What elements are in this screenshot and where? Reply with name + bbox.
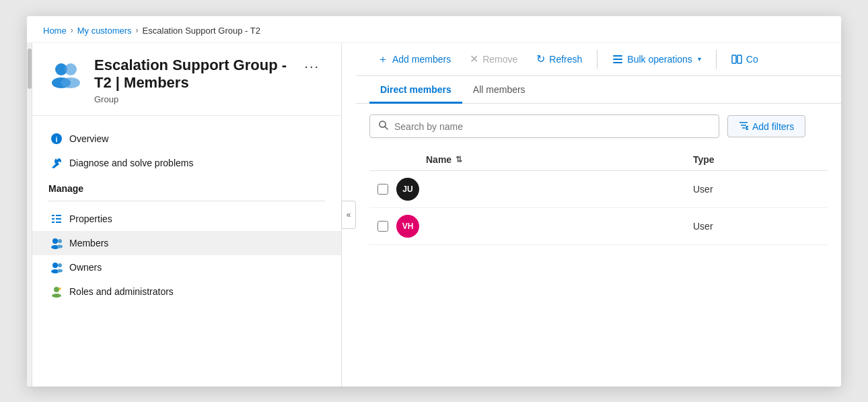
refresh-label: Refresh [549, 54, 582, 65]
sidebar-item-members[interactable]: Members [32, 231, 341, 255]
svg-marker-22 [59, 287, 61, 290]
svg-point-20 [54, 287, 59, 292]
row-1-checkbox-input[interactable] [377, 184, 388, 195]
filter-icon [739, 121, 748, 132]
bulk-dropdown-arrow: ▾ [698, 55, 701, 63]
breadcrumb-current: Escalation Support Group - T2 [143, 26, 260, 36]
svg-rect-7 [52, 218, 55, 220]
svg-point-1 [65, 63, 77, 75]
group-header: Escalation Support Group - T2 | Members … [32, 43, 341, 116]
add-icon: ＋ [377, 54, 388, 65]
app-window: Home › My customers › Escalation Support… [27, 16, 841, 387]
bulk-icon [612, 54, 623, 65]
type-column-label: Type [693, 154, 715, 165]
sidebar-item-diagnose-label: Diagnose and solve problems [69, 158, 193, 168]
svg-point-18 [58, 263, 62, 267]
header-name[interactable]: Name ⇅ [426, 154, 693, 165]
svg-rect-6 [52, 215, 55, 216]
remove-label: Remove [482, 54, 517, 65]
sort-icon[interactable]: ⇅ [456, 155, 462, 164]
breadcrumb-my-customers[interactable]: My customers [77, 26, 132, 36]
search-filter-row: Add filters [356, 104, 841, 149]
search-input[interactable] [394, 121, 711, 132]
collapse-icon: « [347, 210, 351, 220]
toolbar: ＋ Add members ✕ Remove ↻ Refresh Bulk [356, 43, 841, 77]
svg-point-15 [57, 245, 63, 248]
svg-rect-24 [613, 59, 622, 60]
toolbar-separator-1 [597, 50, 598, 69]
sidebar-item-roles[interactable]: Roles and administrators [32, 279, 341, 304]
svg-rect-23 [613, 55, 622, 57]
sidebar-item-roles-label: Roles and administrators [69, 286, 174, 297]
breadcrumb: Home › My customers › Escalation Support… [27, 16, 841, 43]
group-subtitle: Group [94, 94, 288, 104]
header-type: Type [693, 154, 828, 165]
columns-button[interactable]: Co [723, 50, 766, 69]
sidebar-item-overview-label: Overview [69, 133, 108, 144]
row-1-avatar: JU [396, 178, 426, 201]
properties-icon [50, 213, 63, 225]
search-icon [378, 120, 389, 133]
row-2-checkbox[interactable] [369, 221, 396, 232]
nav-divider [48, 201, 325, 201]
group-title: Escalation Support Group - T2 | Members [94, 57, 288, 92]
svg-point-19 [57, 269, 63, 273]
sidebar-item-overview[interactable]: i Overview [32, 127, 341, 151]
toolbar-separator-2 [716, 50, 717, 69]
breadcrumb-home[interactable]: Home [43, 26, 67, 36]
row-2-checkbox-input[interactable] [377, 221, 388, 232]
content-area: ＋ Add members ✕ Remove ↻ Refresh Bulk [356, 43, 841, 387]
info-icon: i [50, 133, 63, 145]
main-area: Escalation Support Group - T2 | Members … [27, 43, 841, 387]
sidebar-item-diagnose[interactable]: Diagnose and solve problems [32, 151, 341, 175]
breadcrumb-sep-1: › [71, 26, 73, 35]
sidebar-collapse-button[interactable]: « [341, 201, 356, 229]
svg-line-29 [385, 127, 388, 129]
group-icon-svg [49, 57, 83, 91]
sidebar-item-properties[interactable]: Properties [32, 207, 341, 231]
owners-icon [50, 261, 63, 273]
svg-point-12 [52, 238, 58, 244]
more-button[interactable]: ··· [299, 57, 325, 75]
add-filters-button[interactable]: Add filters [727, 115, 805, 137]
refresh-button[interactable]: ↻ Refresh [528, 50, 590, 69]
row-1-type: User [693, 184, 828, 195]
tabs-row: Direct members All members [356, 76, 841, 104]
scroll-thumb [28, 48, 32, 89]
name-column-label: Name [426, 154, 451, 165]
svg-point-14 [58, 239, 62, 243]
avatar-vh: VH [396, 215, 419, 238]
columns-icon [731, 54, 742, 65]
sidebar-scrollbar[interactable] [27, 43, 32, 387]
svg-rect-10 [56, 218, 61, 220]
table-row: VH User [369, 208, 828, 245]
table-header: Name ⇅ Type [369, 149, 828, 171]
table-row: JU User [369, 171, 828, 208]
sidebar-nav: i Overview Diagnose and solve problems M… [32, 116, 341, 386]
svg-text:i: i [55, 135, 57, 143]
wrench-icon [50, 157, 63, 169]
svg-point-16 [52, 263, 58, 268]
row-1-checkbox[interactable] [369, 184, 396, 195]
columns-label: Co [746, 54, 758, 65]
tab-all-members[interactable]: All members [462, 76, 536, 104]
row-2-type: User [693, 221, 828, 232]
svg-point-3 [61, 77, 80, 88]
remove-button[interactable]: ✕ Remove [462, 50, 526, 69]
members-icon [50, 237, 63, 249]
add-members-button[interactable]: ＋ Add members [369, 50, 459, 69]
tab-all-members-label: All members [473, 84, 526, 95]
breadcrumb-sep-2: › [136, 26, 139, 35]
bulk-operations-label: Bulk operations [627, 54, 692, 65]
svg-rect-27 [737, 55, 742, 63]
bulk-operations-button[interactable]: Bulk operations ▾ [604, 50, 709, 69]
manage-label: Manage [32, 175, 341, 198]
sidebar-item-owners[interactable]: Owners [32, 255, 341, 279]
members-table: Name ⇅ Type JU User [356, 149, 841, 245]
tab-direct-members[interactable]: Direct members [369, 76, 462, 104]
avatar-ju: JU [396, 178, 419, 201]
sidebar-item-members-label: Members [69, 238, 108, 248]
remove-icon: ✕ [470, 54, 478, 65]
tab-direct-members-label: Direct members [380, 84, 451, 95]
refresh-icon: ↻ [536, 54, 545, 65]
